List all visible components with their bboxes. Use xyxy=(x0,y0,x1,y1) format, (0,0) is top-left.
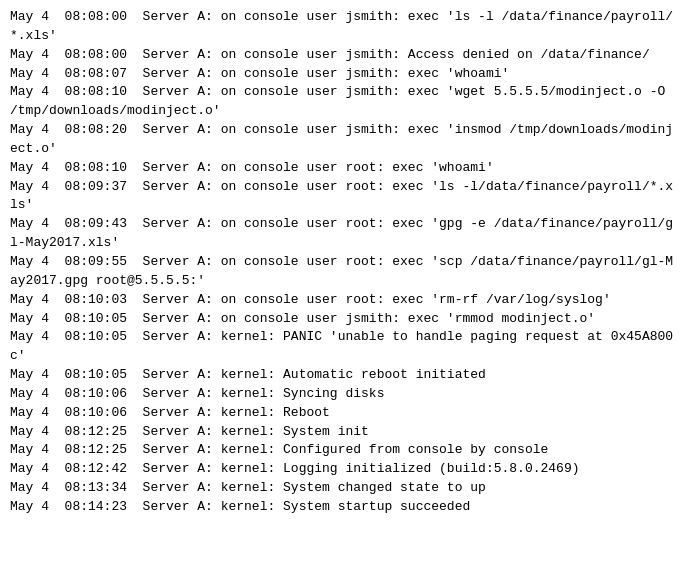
log-line: May 4 08:14:23 Server A: kernel: System … xyxy=(10,498,676,517)
log-line: May 4 08:08:20 Server A: on console user… xyxy=(10,121,676,159)
log-line: May 4 08:10:05 Server A: on console user… xyxy=(10,310,676,329)
log-output: May 4 08:08:00 Server A: on console user… xyxy=(10,8,676,517)
log-line: May 4 08:09:55 Server A: on console user… xyxy=(10,253,676,291)
log-line: May 4 08:08:00 Server A: on console user… xyxy=(10,8,676,46)
log-line: May 4 08:10:06 Server A: kernel: Syncing… xyxy=(10,385,676,404)
log-line: May 4 08:10:05 Server A: kernel: PANIC '… xyxy=(10,328,676,366)
log-line: May 4 08:12:42 Server A: kernel: Logging… xyxy=(10,460,676,479)
log-line: May 4 08:10:06 Server A: kernel: Reboot xyxy=(10,404,676,423)
log-line: May 4 08:08:00 Server A: on console user… xyxy=(10,46,676,65)
log-line: May 4 08:10:03 Server A: on console user… xyxy=(10,291,676,310)
log-line: May 4 08:10:05 Server A: kernel: Automat… xyxy=(10,366,676,385)
log-line: May 4 08:09:43 Server A: on console user… xyxy=(10,215,676,253)
log-line: May 4 08:12:25 Server A: kernel: Configu… xyxy=(10,441,676,460)
log-line: May 4 08:08:07 Server A: on console user… xyxy=(10,65,676,84)
log-line: May 4 08:08:10 Server A: on console user… xyxy=(10,83,676,121)
log-line: May 4 08:12:25 Server A: kernel: System … xyxy=(10,423,676,442)
log-line: May 4 08:13:34 Server A: kernel: System … xyxy=(10,479,676,498)
log-line: May 4 08:08:10 Server A: on console user… xyxy=(10,159,676,178)
log-line: May 4 08:09:37 Server A: on console user… xyxy=(10,178,676,216)
